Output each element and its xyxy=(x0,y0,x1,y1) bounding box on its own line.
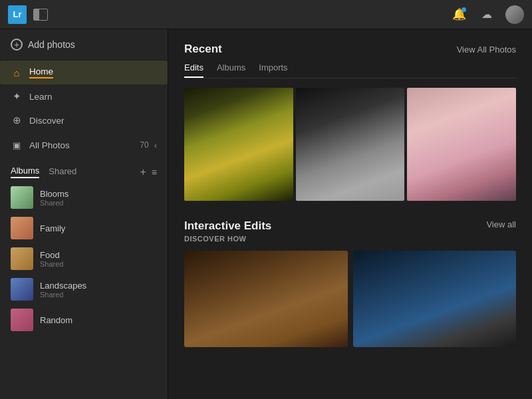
interactive-title-group: Interactive Edits DISCOVER HOW xyxy=(184,219,271,243)
tab-imports[interactable]: Imports xyxy=(259,63,287,78)
photos-grid: › xyxy=(184,88,516,201)
album-thumb-food xyxy=(11,247,33,270)
layout: + Add photos ⌂ Home ✦ Learn ⊕ Discover ▣… xyxy=(0,29,532,399)
interactive-cell-hair[interactable] xyxy=(184,251,348,347)
notification-dot xyxy=(462,7,466,12)
interactive-edits-section: Interactive Edits DISCOVER HOW View all xyxy=(184,219,516,347)
photo-violin[interactable] xyxy=(296,88,405,201)
album-info-landscapes: Landscapes Shared xyxy=(40,281,86,299)
add-photos-label: Add photos xyxy=(28,39,75,50)
album-item-blooms[interactable]: Blooms Shared xyxy=(0,182,168,213)
tab-albums[interactable]: Albums xyxy=(11,166,39,178)
cloud-sync-icon[interactable]: ☁ xyxy=(477,5,496,24)
topbar-right: 🔔 ☁ xyxy=(450,5,524,24)
album-item-food[interactable]: Food Shared xyxy=(0,243,168,274)
album-sub-blooms: Shared xyxy=(40,199,68,207)
photo-leaves[interactable] xyxy=(184,88,293,201)
main-content: Recent View All Photos Edits Albums Impo… xyxy=(168,29,532,399)
album-info-blooms: Blooms Shared xyxy=(40,189,68,207)
all-photos-icon: ▣ xyxy=(11,139,23,151)
album-name-family: Family xyxy=(40,223,65,233)
lr-logo[interactable]: Lr xyxy=(8,5,27,24)
sidebar: + Add photos ⌂ Home ✦ Learn ⊕ Discover ▣… xyxy=(0,29,168,399)
album-info-random: Random xyxy=(40,315,72,325)
topbar-left: Lr xyxy=(8,5,48,24)
home-icon: ⌂ xyxy=(11,66,23,78)
albums-tabs: Albums Shared xyxy=(11,166,76,178)
album-thumb-blooms xyxy=(11,186,33,209)
all-photos-left: ▣ All Photos xyxy=(11,139,70,151)
sidebar-item-learn[interactable]: ✦ Learn xyxy=(0,84,168,108)
album-thumb-landscapes xyxy=(11,278,33,301)
sidebar-item-home-label: Home xyxy=(29,66,53,78)
albums-header: Albums Shared + ≡ xyxy=(0,158,168,182)
tab-edits[interactable]: Edits xyxy=(184,63,203,78)
expand-chevron-icon: ‹ xyxy=(154,140,157,150)
album-sub-landscapes: Shared xyxy=(40,291,86,299)
album-thumb-random xyxy=(11,309,33,331)
album-name-random: Random xyxy=(40,315,72,325)
sidebar-item-discover[interactable]: ⊕ Discover xyxy=(0,108,168,132)
album-name-landscapes: Landscapes xyxy=(40,281,86,291)
album-item-random[interactable]: Random xyxy=(0,305,168,335)
all-photos-label: All Photos xyxy=(29,140,70,150)
recent-title: Recent xyxy=(184,43,222,56)
tab-shared[interactable]: Shared xyxy=(49,166,76,178)
interactive-grid xyxy=(184,251,516,347)
album-name-food: Food xyxy=(40,250,63,260)
sort-albums-button[interactable]: ≡ xyxy=(152,168,157,177)
sidebar-item-discover-label: Discover xyxy=(29,116,65,126)
photo-count: 70 xyxy=(140,140,148,150)
album-thumb-family xyxy=(11,217,33,239)
view-all-interactive-link[interactable]: View all xyxy=(486,219,516,229)
avatar-image xyxy=(505,5,524,24)
interactive-cell-bottle[interactable] xyxy=(353,251,517,347)
discover-how-label: DISCOVER HOW xyxy=(184,235,271,243)
view-all-photos-link[interactable]: View All Photos xyxy=(457,45,516,55)
notifications-icon[interactable]: 🔔 xyxy=(450,5,468,24)
topbar: Lr 🔔 ☁ xyxy=(0,0,532,29)
recent-header: Recent View All Photos xyxy=(184,43,516,56)
interactive-edits-header: Interactive Edits DISCOVER HOW View all xyxy=(184,219,516,243)
album-sub-food: Shared xyxy=(40,260,63,268)
photo-cherry[interactable] xyxy=(407,88,516,201)
learn-icon: ✦ xyxy=(11,90,23,102)
avatar[interactable] xyxy=(505,5,524,24)
album-item-landscapes[interactable]: Landscapes Shared xyxy=(0,274,168,305)
discover-icon: ⊕ xyxy=(11,114,23,126)
interactive-edits-title: Interactive Edits xyxy=(184,219,271,233)
recent-tabs-row: Edits Albums Imports xyxy=(184,63,516,78)
plus-circle-icon: + xyxy=(11,39,23,51)
all-photos-row[interactable]: ▣ All Photos 70 ‹ xyxy=(0,132,168,158)
carousel-next-icon[interactable]: › xyxy=(510,138,513,150)
albums-actions: + ≡ xyxy=(140,167,157,178)
album-name-blooms: Blooms xyxy=(40,189,68,199)
sidebar-item-learn-label: Learn xyxy=(29,92,53,102)
tab-albums-main[interactable]: Albums xyxy=(217,63,245,78)
sidebar-item-home[interactable]: ⌂ Home xyxy=(0,61,168,84)
add-album-button[interactable]: + xyxy=(140,167,146,178)
album-info-food: Food Shared xyxy=(40,250,63,268)
add-photos-button[interactable]: + Add photos xyxy=(0,29,168,61)
panel-toggle-icon[interactable] xyxy=(33,9,48,21)
album-item-family[interactable]: Family xyxy=(0,213,168,243)
album-info-family: Family xyxy=(40,223,65,233)
